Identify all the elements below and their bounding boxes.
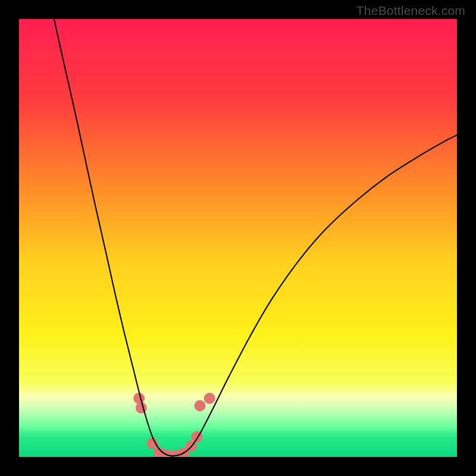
highlight-dot (194, 400, 205, 411)
chart-svg (19, 19, 457, 457)
chart-frame (19, 19, 457, 457)
highlight-dot (136, 402, 147, 414)
highlight-dot (133, 393, 145, 404)
highlight-dot (204, 393, 215, 404)
gradient-background (19, 19, 457, 457)
watermark-text: TheBottleneck.com (356, 4, 465, 18)
